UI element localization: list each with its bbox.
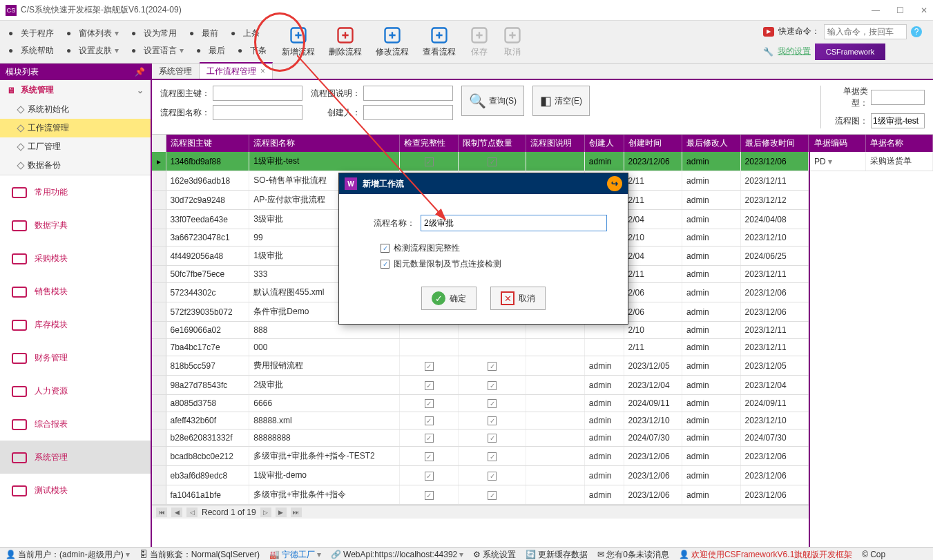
sidebar-group-header[interactable]: 🖥 系统管理 ⌄ [0, 80, 151, 100]
cancel-button[interactable]: ✕取消 [490, 287, 546, 310]
clear-button[interactable]: ◧清空(E) [532, 86, 590, 116]
last-icon: ● [196, 46, 206, 55]
quick-command-input[interactable] [824, 24, 907, 39]
module-常用功能[interactable]: 常用功能 [0, 175, 151, 209]
status-msg[interactable]: 您有0条未读消息 [606, 549, 669, 561]
module-人力资源[interactable]: 人力资源 [0, 374, 151, 407]
delete-flow-button[interactable]: 删除流程 [322, 23, 369, 61]
menu-最后[interactable]: ●最后 [193, 44, 228, 58]
tab-工作流程管理[interactable]: 工作流程管理× [200, 62, 273, 79]
cancel-icon [503, 26, 522, 45]
copyright-icon: © [862, 550, 868, 559]
dialog-close-button[interactable]: ↪ [607, 176, 622, 191]
table-row[interactable]: ▸1346fbd9af881级审批-test✓✓admin2023/12/06a… [152, 152, 809, 171]
menu-窗体列表[interactable]: ●窗体列表▾ [64, 26, 122, 41]
col-header[interactable]: 流程图说明 [526, 135, 585, 152]
module-icon [11, 482, 28, 499]
sidebar-item-工厂管理[interactable]: 工厂管理 [0, 137, 151, 156]
lang-icon: ● [131, 46, 141, 55]
filter-key-input[interactable] [213, 86, 302, 101]
check-integrity-checkbox[interactable]: ✓检测流程图完整性 [381, 242, 607, 254]
sidebar-item-工作流管理[interactable]: 工作流管理 [0, 119, 151, 137]
filter-desc-input[interactable] [363, 86, 453, 101]
status-cache[interactable]: 更新缓存数据 [538, 549, 588, 561]
maximize-button[interactable]: ☐ [896, 6, 904, 15]
flow-name-label: 流程名称： [360, 218, 415, 229]
pager-prev-page[interactable]: ◁ [186, 508, 198, 517]
tab-系统管理[interactable]: 系统管理 [152, 64, 200, 79]
status-settings[interactable]: 系统设置 [483, 549, 516, 561]
sidebar-item-数据备份[interactable]: 数据备份 [0, 156, 151, 175]
pager-text: Record 1 of 19 [202, 508, 256, 517]
pager-next-page[interactable]: ▷ [260, 508, 271, 517]
menu-设为常用[interactable]: ●设为常用 [128, 26, 180, 41]
menu-关于程序[interactable]: ●关于程序 [6, 26, 57, 41]
col-header[interactable]: 创建人 [584, 135, 624, 152]
col-header[interactable]: 创建时间 [624, 135, 682, 152]
search-button[interactable]: 🔍查询(S) [461, 86, 524, 116]
flow-name-input[interactable] [421, 215, 607, 231]
add-flow-icon [289, 26, 308, 45]
menu-上条[interactable]: ●上条 [228, 26, 262, 41]
table-row[interactable]: b28e620831332f88888888✓✓admin2024/07/30a… [152, 429, 809, 447]
module-测试模块[interactable]: 测试模块 [0, 474, 151, 507]
status-user: 当前用户：(admin-超级用户) [18, 549, 124, 561]
module-综合报表[interactable]: 综合报表 [0, 407, 151, 441]
col-header[interactable]: 流程图主键 [166, 135, 249, 152]
filter-creator-input[interactable] [363, 105, 453, 120]
menu-设置皮肤[interactable]: ●设置皮肤▾ [64, 44, 122, 58]
col-header[interactable]: 单据名称 [865, 135, 932, 152]
pager-first[interactable]: ⏮ [156, 508, 167, 517]
status-cop: Cop [870, 550, 885, 559]
module-icon [11, 316, 28, 333]
col-header[interactable]: 最后修改人 [682, 135, 741, 152]
menu-下条[interactable]: ●下条 [235, 44, 269, 58]
table-row[interactable]: fa10461a1bfe多级审批+审批条件+指令✓✓admin2023/12/0… [152, 485, 809, 505]
pin-icon[interactable]: 📌 [135, 67, 145, 77]
table-row[interactable]: afeff432b60f88888.xml✓✓admin2023/12/10ad… [152, 412, 809, 429]
ok-button[interactable]: ✓确定 [421, 287, 477, 310]
filter-name-input[interactable] [213, 105, 302, 120]
module-销售模块[interactable]: 销售模块 [0, 275, 151, 308]
save-button: 保存 [463, 23, 496, 61]
col-header[interactable]: 单据编码 [810, 135, 865, 152]
module-采购模块[interactable]: 采购模块 [0, 242, 151, 275]
menu-系统帮助[interactable]: ●系统帮助 [6, 44, 57, 58]
table-row[interactable]: 7ba4bc17c7e0002/11admin2023/12/11 [152, 339, 809, 356]
help-icon[interactable]: ? [911, 26, 922, 37]
table-row[interactable]: PD ▾采购送货单 [810, 152, 933, 171]
table-row[interactable]: bcadb8cbc0e212多级审批+审批条件+指令-TEST2✓✓admin2… [152, 447, 809, 466]
col-header[interactable]: 检查完整性 [400, 135, 459, 152]
side-grid[interactable]: 单据编码单据名称PD ▾采购送货单 [809, 135, 933, 547]
first-icon: ● [189, 28, 199, 38]
add-flow-button[interactable]: 新增流程 [275, 23, 322, 61]
col-header[interactable]: 流程图名称 [249, 135, 400, 152]
pager-prev[interactable]: ◀ [171, 508, 182, 517]
menu-设置语言[interactable]: ●设置语言▾ [128, 44, 186, 58]
close-button[interactable]: ✕ [921, 6, 927, 15]
module-数据字典[interactable]: 数据字典 [0, 209, 151, 242]
flow-chart-input[interactable] [871, 113, 925, 128]
doc-type-input[interactable] [871, 90, 925, 105]
status-factory[interactable]: 宁德工厂 [282, 549, 315, 561]
table-row[interactable]: 818b5cc597费用报销流程✓✓admin2023/12/05admin20… [152, 356, 809, 376]
tab-close-icon[interactable]: × [260, 66, 265, 76]
module-财务管理[interactable]: 财务管理 [0, 341, 151, 374]
check-nodes-checkbox[interactable]: ✓图元数量限制及节点连接检测 [381, 258, 607, 270]
table-row[interactable]: eb3af6d89edc81级审批-demo✓✓admin2023/12/06a… [152, 466, 809, 485]
edit-flow-button[interactable]: 修改流程 [369, 23, 416, 61]
my-settings-link[interactable]: 我的设置 [778, 46, 811, 57]
pager-next[interactable]: ▶ [276, 508, 287, 517]
quick-command-label: 快速命令： [778, 26, 820, 37]
minimize-button[interactable]: — [872, 6, 880, 15]
module-库存模块[interactable]: 库存模块 [0, 308, 151, 341]
col-header[interactable]: 最后修改时间 [740, 135, 808, 152]
table-row[interactable]: 98a27d78543fc2级审批✓✓admin2023/12/04admin2… [152, 376, 809, 395]
table-row[interactable]: a8085d37586666✓✓admin2024/09/11admin2024… [152, 395, 809, 412]
view-flow-button[interactable]: 查看流程 [416, 23, 463, 61]
module-系统管理[interactable]: 系统管理 [0, 441, 151, 474]
col-header[interactable]: 限制节点数量 [458, 135, 526, 152]
sidebar-item-系统初始化[interactable]: 系统初始化 [0, 100, 151, 119]
pager-last[interactable]: ⏭ [291, 508, 302, 517]
menu-最前[interactable]: ●最前 [186, 26, 221, 41]
